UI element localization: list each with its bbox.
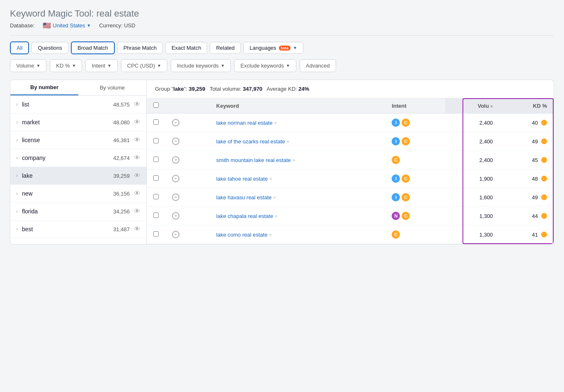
intent-filter-label: Intent bbox=[92, 63, 105, 69]
cpc-filter[interactable]: CPC (USD) ▼ bbox=[121, 59, 167, 72]
sidebar-item-label: florida bbox=[22, 208, 113, 215]
row-checkbox[interactable] bbox=[153, 119, 159, 125]
sidebar-item-list[interactable]: › list 48,575 👁 bbox=[10, 96, 146, 114]
table-row: +lake havasu real estate »IC1,60049 bbox=[147, 188, 554, 207]
add-keyword-icon[interactable]: + bbox=[172, 119, 179, 126]
intent-badges: C bbox=[392, 230, 438, 239]
intent-chevron-icon: ▼ bbox=[107, 63, 111, 68]
row-checkbox[interactable] bbox=[153, 213, 159, 218]
intent-badge: C bbox=[402, 119, 410, 127]
kd-cell: 41 bbox=[499, 225, 554, 244]
tab-all[interactable]: All bbox=[10, 41, 29, 54]
select-all-checkbox[interactable] bbox=[153, 102, 159, 108]
keyword-link[interactable]: smith mountain lake real estate bbox=[216, 157, 291, 163]
eye-icon[interactable]: 👁 bbox=[134, 136, 140, 144]
sidebar-item-market[interactable]: › market 48,080 👁 bbox=[10, 114, 146, 131]
sidebar-item-company[interactable]: › company 42,674 👁 bbox=[10, 149, 146, 167]
sidebar-item-label: new bbox=[22, 190, 113, 197]
kd-filter-label: KD % bbox=[56, 63, 70, 69]
eye-icon[interactable]: 👁 bbox=[134, 190, 140, 197]
sidebar-item-florida[interactable]: › florida 34,256 👁 bbox=[10, 203, 146, 220]
add-keyword-icon[interactable]: + bbox=[172, 138, 179, 145]
kd-filter[interactable]: KD % ▼ bbox=[50, 59, 82, 72]
chevron-down-icon: ▼ bbox=[87, 23, 91, 28]
row-checkbox[interactable] bbox=[153, 157, 159, 162]
eye-icon[interactable]: 👁 bbox=[134, 119, 140, 126]
keyword-link[interactable]: lake tahoe real estate bbox=[216, 176, 268, 182]
database-selector[interactable]: 🇺🇸 United States ▼ bbox=[43, 22, 91, 29]
advanced-filter[interactable]: Advanced bbox=[300, 59, 336, 72]
sidebar-item-license[interactable]: › license 46,381 👁 bbox=[10, 131, 146, 149]
expand-icon: › bbox=[16, 102, 18, 107]
volume-cell: 1,900 bbox=[445, 169, 499, 188]
intent-badge: C bbox=[402, 193, 410, 201]
sidebar-item-count: 48,080 bbox=[113, 119, 130, 126]
filters-row: Volume ▼ KD % ▼ Intent ▼ CPC (USD) ▼ Inc… bbox=[10, 59, 554, 72]
sidebar-item-count: 46,381 bbox=[113, 137, 130, 143]
eye-icon[interactable]: 👁 bbox=[134, 208, 140, 215]
keyword-link[interactable]: lake como real estate bbox=[216, 232, 268, 238]
tab-related[interactable]: Related bbox=[210, 42, 241, 54]
group-name: lake bbox=[173, 86, 184, 92]
add-keyword-icon[interactable]: + bbox=[172, 156, 179, 164]
keyword-link[interactable]: lake norman real estate bbox=[216, 120, 273, 126]
eye-icon[interactable]: 👁 bbox=[134, 172, 140, 179]
volume-filter[interactable]: Volume ▼ bbox=[10, 59, 46, 72]
keyword-link[interactable]: lake of the ozarks real estate bbox=[216, 138, 285, 145]
tab-broad-match[interactable]: Broad Match bbox=[71, 41, 115, 54]
row-checkbox[interactable] bbox=[153, 175, 159, 181]
th-volume[interactable]: Volu ≡ bbox=[445, 98, 499, 114]
right-panel: Group "lake": 39,259 Total volume: 347,9… bbox=[147, 80, 554, 244]
by-number-button[interactable]: By number bbox=[10, 80, 78, 95]
by-volume-button[interactable]: By volume bbox=[78, 80, 146, 95]
intent-badge: I bbox=[392, 137, 400, 145]
add-keyword-icon[interactable]: + bbox=[172, 212, 179, 220]
sidebar-list: › list 48,575 👁 › market 48,080 👁 › lice… bbox=[10, 96, 146, 238]
row-checkbox[interactable] bbox=[153, 138, 159, 143]
th-checkbox bbox=[147, 98, 165, 114]
kd-cell: 48 bbox=[499, 169, 554, 188]
sidebar-item-best[interactable]: › best 31,487 👁 bbox=[10, 220, 146, 238]
row-checkbox[interactable] bbox=[153, 231, 159, 237]
th-add bbox=[165, 98, 210, 114]
kd-value: 49 bbox=[532, 194, 538, 201]
add-keyword-icon[interactable]: + bbox=[172, 175, 179, 182]
intent-filter[interactable]: Intent ▼ bbox=[85, 59, 117, 72]
keyword-link[interactable]: lake havasu real estate bbox=[216, 194, 272, 201]
expand-icon: › bbox=[16, 208, 18, 214]
intent-badge: C bbox=[402, 212, 410, 220]
volume-cell: 1,300 bbox=[445, 225, 499, 244]
kd-dot-icon bbox=[541, 213, 547, 219]
add-keyword-icon[interactable]: + bbox=[172, 194, 179, 201]
eye-icon[interactable]: 👁 bbox=[134, 101, 140, 108]
th-keyword: Keyword bbox=[210, 98, 385, 114]
row-checkbox[interactable] bbox=[153, 194, 159, 199]
expand-keyword-icon: » bbox=[275, 213, 277, 218]
exclude-keywords-filter[interactable]: Exclude keywords ▼ bbox=[234, 59, 296, 72]
include-keywords-filter[interactable]: Include keywords ▼ bbox=[171, 59, 231, 72]
expand-icon: › bbox=[16, 137, 18, 143]
kd-value: 48 bbox=[532, 176, 538, 182]
kd-value: 49 bbox=[532, 138, 538, 145]
intent-badge: C bbox=[392, 156, 400, 164]
sidebar: By number By volume › list 48,575 👁 › ma… bbox=[10, 80, 147, 244]
kd-cell: 45 bbox=[499, 151, 554, 169]
tab-exact-match[interactable]: Exact Match bbox=[165, 42, 208, 54]
intent-badges: IC bbox=[392, 174, 438, 183]
header: Keyword Magic Tool: real estate Database… bbox=[10, 8, 554, 29]
sidebar-item-count: 48,575 bbox=[113, 102, 130, 108]
tab-phrase-match[interactable]: Phrase Match bbox=[117, 42, 163, 54]
add-keyword-icon[interactable]: + bbox=[172, 231, 179, 238]
group-summary: Group "lake": 39,259 Total volume: 347,9… bbox=[147, 80, 554, 98]
tab-questions[interactable]: Questions bbox=[31, 42, 68, 54]
intent-badges: IC bbox=[392, 193, 438, 201]
eye-icon[interactable]: 👁 bbox=[134, 154, 140, 162]
include-chevron-icon: ▼ bbox=[220, 63, 225, 68]
kd-dot-icon bbox=[541, 176, 547, 181]
keyword-link[interactable]: lake chapala real estate bbox=[216, 213, 273, 219]
eye-icon[interactable]: 👁 bbox=[134, 225, 140, 233]
sidebar-item-new[interactable]: › new 36,156 👁 bbox=[10, 185, 146, 203]
kd-value: 41 bbox=[532, 232, 538, 238]
languages-button[interactable]: Languages beta ▼ bbox=[243, 42, 303, 54]
sidebar-item-lake[interactable]: › lake 39,259 👁 bbox=[10, 167, 146, 185]
